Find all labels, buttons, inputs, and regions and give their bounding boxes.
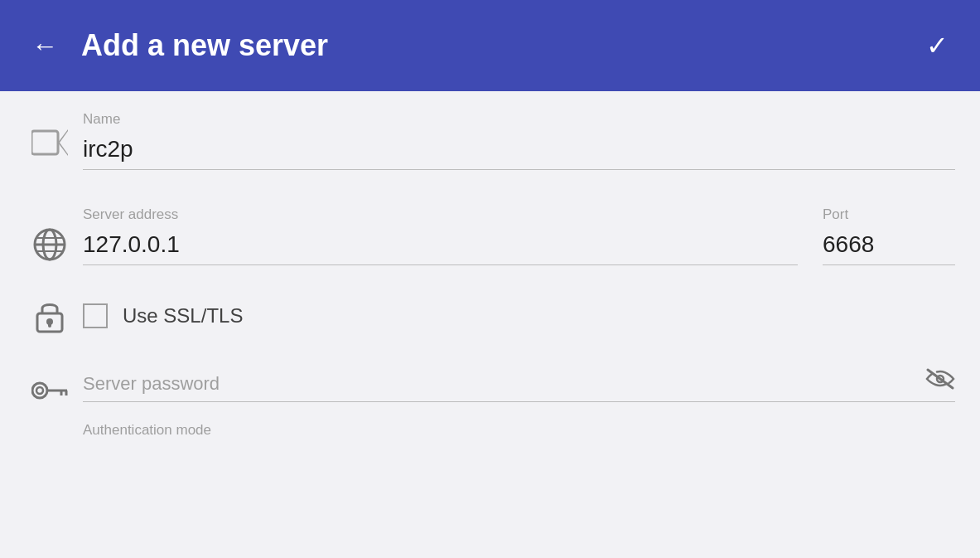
ssl-text: Use SSL/TLS xyxy=(123,304,243,328)
ssl-row: Use SSL/TLS xyxy=(0,282,980,350)
port-label: Port xyxy=(823,206,955,223)
confirm-button[interactable]: ✓ xyxy=(920,26,955,66)
back-button[interactable]: ← xyxy=(25,26,65,66)
port-field-group: Port xyxy=(823,206,955,265)
auth-section: Authentication mode xyxy=(0,415,980,439)
tag-icon xyxy=(31,129,68,156)
svg-rect-10 xyxy=(48,322,51,328)
globe-icon xyxy=(33,228,66,261)
auth-mode-label: Authentication mode xyxy=(83,422,955,439)
form-content: Name Server address Port xyxy=(0,91,980,558)
address-port-fields: Server address Port xyxy=(75,206,955,265)
tag-icon-container xyxy=(25,111,75,156)
svg-point-12 xyxy=(36,387,43,394)
globe-icon-container xyxy=(25,206,75,261)
ssl-checkbox[interactable] xyxy=(83,303,108,328)
ssl-checkbox-group: Use SSL/TLS xyxy=(75,303,243,328)
port-input[interactable] xyxy=(823,228,955,265)
name-field-group: Name xyxy=(75,111,955,170)
app-bar-left: ← Add a new server xyxy=(25,26,328,66)
lock-icon-container xyxy=(25,298,75,333)
lock-icon xyxy=(35,298,65,333)
eye-off-icon xyxy=(925,367,955,391)
svg-marker-2 xyxy=(60,131,68,154)
password-visibility-toggle[interactable] xyxy=(925,367,955,394)
svg-point-11 xyxy=(32,383,47,398)
server-address-input[interactable] xyxy=(83,228,798,265)
password-input[interactable] xyxy=(83,370,955,402)
name-input[interactable] xyxy=(83,133,955,170)
address-port-row: Server address Port xyxy=(0,187,980,282)
key-icon xyxy=(31,381,68,400)
page-title: Add a new server xyxy=(81,28,328,63)
password-field-group xyxy=(75,370,955,402)
svg-rect-0 xyxy=(31,131,58,154)
address-field-group: Server address xyxy=(83,206,798,265)
app-bar: ← Add a new server ✓ xyxy=(0,0,980,91)
name-label: Name xyxy=(83,111,955,128)
name-row: Name xyxy=(0,91,980,187)
key-icon-container xyxy=(25,372,75,400)
ssl-label[interactable]: Use SSL/TLS xyxy=(83,303,243,328)
address-label: Server address xyxy=(83,206,798,223)
password-row xyxy=(0,350,980,415)
